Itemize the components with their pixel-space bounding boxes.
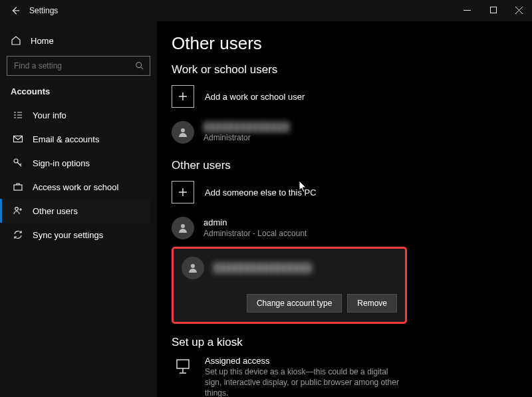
other-user-1-role: Administrator - Local account (203, 229, 307, 239)
search-field[interactable] (7, 56, 150, 76)
person-icon (188, 263, 198, 273)
person-plus-icon (13, 205, 23, 216)
sidebar-item-label: Access work or school (33, 182, 118, 192)
add-other-user-button[interactable] (172, 181, 194, 203)
search-icon (135, 61, 144, 70)
add-other-user-row[interactable]: Add someone else to this PC (172, 179, 517, 205)
sidebar-item-other-users[interactable]: Other users (0, 199, 150, 223)
other-user-1-row[interactable]: admin Administrator - Local account (172, 213, 517, 243)
kiosk-icon-box (172, 356, 194, 397)
sidebar: Home Accounts Your info Email & accounts… (0, 21, 157, 397)
other-user-2-name-hidden: ████████████████ (213, 263, 311, 273)
close-button[interactable] (506, 0, 532, 20)
avatar (182, 257, 204, 279)
other-user-2-row[interactable]: ████████████████ (182, 257, 397, 279)
kiosk-icon (176, 358, 190, 374)
sync-icon (13, 229, 23, 240)
sidebar-item-signin-options[interactable]: Sign-in options (0, 151, 150, 175)
add-work-user-button[interactable] (172, 85, 194, 108)
window-title: Settings (29, 6, 58, 15)
arrow-left-icon (11, 6, 20, 15)
minimize-icon (464, 7, 471, 14)
sidebar-item-email-accounts[interactable]: Email & accounts (0, 127, 150, 151)
home-icon (11, 35, 21, 46)
change-account-type-button[interactable]: Change account type (247, 294, 342, 313)
avatar (172, 217, 194, 239)
remove-user-button[interactable]: Remove (347, 294, 397, 313)
add-work-user-row[interactable]: Add a work or school user (172, 83, 517, 110)
work-section-title: Work or school users (172, 63, 517, 76)
plus-icon (178, 187, 188, 198)
sidebar-category: Accounts (11, 86, 150, 96)
svg-point-8 (191, 264, 195, 268)
svg-rect-9 (177, 360, 189, 368)
sidebar-item-your-info[interactable]: Your info (0, 103, 150, 127)
assigned-access-desc: Set up this device as a kiosk—this could… (205, 366, 404, 397)
mail-icon (13, 134, 23, 144)
assigned-access-row[interactable]: Assigned access Set up this device as a … (172, 356, 517, 397)
svg-rect-0 (490, 7, 496, 13)
maximize-button[interactable] (480, 0, 506, 20)
person-icon (178, 223, 188, 233)
sidebar-nav: Your info Email & accounts Sign-in optio… (7, 103, 150, 247)
add-work-user-label: Add a work or school user (205, 92, 305, 102)
person-icon (178, 127, 188, 138)
home-button[interactable]: Home (7, 29, 150, 52)
work-user-role: Administrator (203, 133, 289, 143)
briefcase-icon (13, 182, 23, 192)
sidebar-item-label: Your info (33, 110, 66, 120)
work-user-name-hidden: ██████████████ (203, 122, 289, 132)
avatar (172, 121, 194, 144)
back-button[interactable] (4, 0, 27, 21)
sidebar-item-label: Sync your settings (33, 230, 103, 240)
svg-point-7 (181, 224, 185, 228)
sidebar-item-sync-settings[interactable]: Sync your settings (0, 223, 150, 247)
svg-point-5 (15, 207, 19, 211)
page-heading: Other users (172, 33, 517, 54)
main-content: Other users Work or school users Add a w… (157, 21, 532, 397)
sidebar-item-access-work-school[interactable]: Access work or school (0, 175, 150, 199)
minimize-button[interactable] (454, 0, 480, 20)
lines-icon (13, 110, 23, 120)
maximize-icon (490, 7, 497, 13)
search-input[interactable] (13, 61, 135, 71)
other-user-1-name: admin (203, 217, 307, 228)
sidebar-item-label: Sign-in options (33, 158, 90, 168)
key-icon (13, 158, 23, 168)
work-user-row[interactable]: ██████████████ Administrator (172, 118, 517, 147)
titlebar: Settings (0, 0, 532, 21)
close-icon (515, 7, 523, 14)
sidebar-item-label: Other users (33, 206, 78, 216)
assigned-access-title: Assigned access (205, 356, 404, 366)
other-section-title: Other users (172, 159, 517, 172)
sidebar-item-label: Email & accounts (33, 134, 99, 144)
svg-point-1 (136, 63, 142, 68)
kiosk-section-title: Set up a kiosk (172, 336, 517, 349)
add-other-user-label: Add someone else to this PC (205, 188, 317, 198)
home-label: Home (31, 36, 54, 46)
plus-icon (178, 91, 188, 102)
selected-user-card: ████████████████ Change account type Rem… (172, 247, 407, 324)
svg-point-6 (181, 128, 185, 132)
svg-rect-4 (14, 185, 22, 190)
window-controls (454, 0, 532, 20)
